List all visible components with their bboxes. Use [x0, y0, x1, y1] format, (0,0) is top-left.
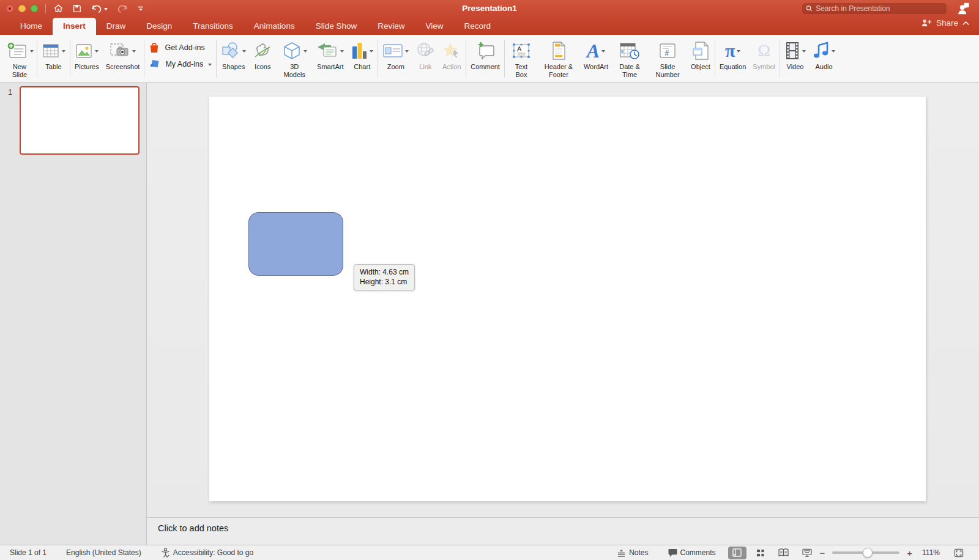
action-icon — [442, 42, 461, 60]
account-avatar-icon[interactable] — [956, 2, 970, 18]
save-icon[interactable] — [72, 4, 82, 13]
shapes-icon — [221, 42, 240, 60]
video-button[interactable]: Video — [784, 37, 806, 71]
slideshow-icon — [802, 548, 812, 557]
notes-placeholder[interactable]: Click to add notes — [158, 523, 228, 533]
audio-dropdown[interactable] — [832, 50, 835, 53]
pictures-dropdown[interactable] — [95, 50, 99, 53]
tab-animations[interactable]: Animations — [244, 18, 305, 35]
search-input[interactable] — [816, 4, 943, 13]
tab-design[interactable]: Design — [136, 18, 182, 35]
equation-icon: π — [725, 42, 735, 60]
shape-size-tooltip: Width: 4.63 cm Height: 3.1 cm — [354, 264, 415, 290]
object-button[interactable]: Object — [691, 37, 710, 71]
tab-draw[interactable]: Draw — [96, 18, 136, 35]
window-chrome: Presentation1 Home Insert Draw Design Tr… — [0, 0, 979, 35]
zoom-level[interactable]: 111% — [914, 548, 947, 557]
action-button: Action — [442, 37, 461, 71]
svg-text:A: A — [517, 45, 522, 53]
tooltip-width: Width: 4.63 cm — [360, 268, 409, 278]
table-button[interactable]: Table — [42, 37, 65, 71]
slide-sorter-view-button[interactable] — [751, 547, 770, 559]
title-bar: Presentation1 — [0, 0, 979, 17]
slide-number-button[interactable]: # Slide Number — [651, 37, 684, 78]
get-addins-button[interactable]: Get Add-ins — [149, 42, 212, 53]
reading-view-icon — [778, 548, 789, 557]
slide-canvas[interactable]: Width: 4.63 cm Height: 3.1 cm — [209, 97, 926, 501]
slide-1-thumbnail[interactable] — [20, 86, 140, 155]
chart-dropdown[interactable] — [370, 50, 373, 53]
traffic-lights — [6, 5, 38, 12]
zoom-window-button[interactable] — [31, 5, 38, 12]
accessibility-status[interactable]: Accessibility: Good to go — [151, 548, 263, 558]
chart-button[interactable]: Chart — [351, 37, 373, 71]
3d-models-dropdown[interactable] — [303, 50, 307, 53]
equation-dropdown[interactable] — [737, 50, 740, 53]
equation-button[interactable]: π Equation — [720, 37, 746, 71]
rounded-rectangle-shape[interactable] — [248, 212, 343, 276]
pictures-button[interactable]: Pictures — [75, 37, 99, 71]
tab-slide-show[interactable]: Slide Show — [305, 18, 368, 35]
ribbon-insert: New Slide Table — [0, 35, 979, 83]
new-slide-dropdown[interactable] — [30, 50, 34, 53]
tab-record[interactable]: Record — [454, 18, 502, 35]
link-icon — [415, 42, 435, 60]
undo-button[interactable] — [91, 3, 108, 13]
my-addins-button[interactable]: My Add-ins — [149, 59, 212, 70]
3d-models-button[interactable]: 3D Models — [279, 37, 310, 78]
redo-button[interactable] — [116, 3, 128, 13]
undo-dropdown-caret[interactable] — [104, 8, 108, 10]
wordart-button[interactable]: A WordArt — [584, 37, 608, 71]
fit-slide-to-window-button[interactable] — [950, 547, 968, 559]
zoom-slider[interactable] — [832, 551, 899, 554]
normal-view-icon — [732, 548, 742, 557]
get-addins-icon — [149, 42, 160, 53]
table-dropdown[interactable] — [62, 50, 65, 53]
zoom-slider-thumb[interactable] — [863, 548, 873, 558]
comment-button[interactable]: Comment — [471, 37, 500, 71]
text-box-button[interactable]: A Text Box — [509, 37, 534, 78]
tab-view[interactable]: View — [415, 18, 453, 35]
header-footer-button[interactable]: Header & Footer — [540, 37, 577, 78]
notes-panel[interactable]: Click to add notes — [147, 517, 979, 545]
screenshot-dropdown[interactable] — [132, 50, 136, 53]
close-window-button[interactable] — [6, 5, 13, 12]
header-footer-icon — [551, 41, 567, 61]
tab-insert[interactable]: Insert — [53, 18, 96, 35]
notes-toggle[interactable]: Notes — [607, 548, 658, 557]
audio-button[interactable]: Audio — [813, 37, 835, 71]
chevron-up-icon[interactable] — [962, 21, 969, 26]
date-time-button[interactable]: Date & Time — [615, 37, 644, 78]
customize-quick-access-icon[interactable] — [137, 5, 144, 12]
video-dropdown[interactable] — [802, 50, 806, 53]
minimize-window-button[interactable] — [18, 5, 26, 12]
my-addins-dropdown[interactable] — [208, 64, 212, 66]
comments-toggle[interactable]: Comments — [658, 548, 726, 557]
reading-view-button[interactable] — [775, 547, 793, 559]
share-button[interactable]: Share — [921, 18, 969, 28]
shapes-dropdown[interactable] — [242, 50, 246, 53]
search-box[interactable] — [802, 3, 947, 14]
home-icon[interactable] — [53, 3, 64, 13]
zoom-button[interactable]: Zoom — [382, 37, 409, 71]
language-selector[interactable]: English (United States) — [56, 548, 151, 557]
comments-icon — [668, 548, 677, 557]
tab-home[interactable]: Home — [10, 18, 53, 35]
smartart-dropdown[interactable] — [340, 50, 344, 53]
smartart-button[interactable]: SmartArt — [316, 37, 344, 71]
tab-review[interactable]: Review — [367, 18, 415, 35]
zoom-out-button[interactable]: − — [819, 548, 827, 558]
icons-button[interactable]: Icons — [253, 37, 272, 71]
zoom-in-button[interactable]: + — [906, 548, 914, 558]
new-slide-button[interactable]: New Slide — [7, 37, 32, 78]
symbol-icon: Ω — [758, 42, 770, 59]
shapes-button[interactable]: Shapes — [221, 37, 246, 71]
svg-text:#: # — [665, 49, 669, 57]
zoom-dropdown[interactable] — [405, 50, 409, 53]
screenshot-button[interactable]: Screenshot — [106, 37, 140, 71]
normal-view-button[interactable] — [728, 547, 746, 559]
video-icon — [784, 41, 800, 61]
slideshow-view-button[interactable] — [798, 547, 816, 559]
wordart-dropdown[interactable] — [601, 50, 605, 53]
tab-transitions[interactable]: Transitions — [182, 18, 244, 35]
